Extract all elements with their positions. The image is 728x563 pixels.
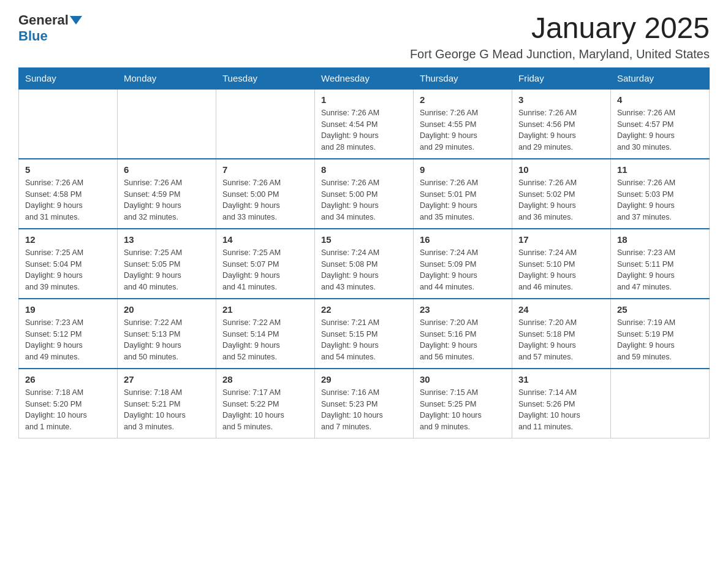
day-number: 17 — [518, 234, 604, 245]
calendar-week-row: 12Sunrise: 7:25 AMSunset: 5:04 PMDayligh… — [19, 229, 710, 299]
day-number: 11 — [617, 164, 703, 175]
calendar-day-cell: 12Sunrise: 7:25 AMSunset: 5:04 PMDayligh… — [19, 229, 118, 299]
day-info: Sunrise: 7:23 AMSunset: 5:11 PMDaylight:… — [617, 247, 703, 293]
day-number: 28 — [222, 374, 308, 385]
calendar-day-cell: 5Sunrise: 7:26 AMSunset: 4:58 PMDaylight… — [19, 159, 118, 229]
calendar-day-cell: 25Sunrise: 7:19 AMSunset: 5:19 PMDayligh… — [611, 299, 710, 369]
logo-general-text: General — [18, 12, 69, 28]
calendar-day-cell: 14Sunrise: 7:25 AMSunset: 5:07 PMDayligh… — [216, 229, 315, 299]
calendar-day-cell: 18Sunrise: 7:23 AMSunset: 5:11 PMDayligh… — [611, 229, 710, 299]
day-number: 25 — [617, 304, 703, 315]
calendar-day-cell: 28Sunrise: 7:17 AMSunset: 5:22 PMDayligh… — [216, 369, 315, 439]
calendar-day-cell: 29Sunrise: 7:16 AMSunset: 5:23 PMDayligh… — [315, 369, 414, 439]
day-of-week-header: Tuesday — [216, 67, 315, 89]
day-number: 9 — [420, 164, 506, 175]
calendar-day-cell: 30Sunrise: 7:15 AMSunset: 5:25 PMDayligh… — [414, 369, 512, 439]
day-number: 29 — [321, 374, 407, 385]
calendar-week-row: 26Sunrise: 7:18 AMSunset: 5:20 PMDayligh… — [19, 369, 710, 439]
day-number: 5 — [25, 164, 111, 175]
calendar-day-cell: 10Sunrise: 7:26 AMSunset: 5:02 PMDayligh… — [512, 159, 611, 229]
day-info: Sunrise: 7:22 AMSunset: 5:13 PMDaylight:… — [124, 317, 210, 363]
calendar-day-cell: 9Sunrise: 7:26 AMSunset: 5:01 PMDaylight… — [414, 159, 512, 229]
calendar-day-cell: 16Sunrise: 7:24 AMSunset: 5:09 PMDayligh… — [414, 229, 512, 299]
logo: General Blue — [18, 12, 83, 44]
day-info: Sunrise: 7:25 AMSunset: 5:05 PMDaylight:… — [124, 247, 210, 293]
calendar-day-cell: 2Sunrise: 7:26 AMSunset: 4:55 PMDaylight… — [414, 89, 512, 159]
day-number: 16 — [420, 234, 506, 245]
day-of-week-header: Saturday — [611, 67, 710, 89]
day-info: Sunrise: 7:18 AMSunset: 5:21 PMDaylight:… — [124, 387, 210, 433]
calendar-table: SundayMondayTuesdayWednesdayThursdayFrid… — [18, 67, 710, 439]
day-info: Sunrise: 7:23 AMSunset: 5:12 PMDaylight:… — [25, 317, 111, 363]
day-info: Sunrise: 7:26 AMSunset: 4:58 PMDaylight:… — [25, 177, 111, 223]
day-number: 24 — [518, 304, 604, 315]
day-number: 18 — [617, 234, 703, 245]
day-info: Sunrise: 7:26 AMSunset: 5:00 PMDaylight:… — [321, 177, 407, 223]
calendar-day-cell: 3Sunrise: 7:26 AMSunset: 4:56 PMDaylight… — [512, 89, 611, 159]
day-info: Sunrise: 7:24 AMSunset: 5:08 PMDaylight:… — [321, 247, 407, 293]
calendar-day-cell — [19, 89, 118, 159]
day-info: Sunrise: 7:19 AMSunset: 5:19 PMDaylight:… — [617, 317, 703, 363]
day-number: 23 — [420, 304, 506, 315]
day-info: Sunrise: 7:26 AMSunset: 4:57 PMDaylight:… — [617, 107, 703, 153]
day-info: Sunrise: 7:26 AMSunset: 4:55 PMDaylight:… — [420, 107, 506, 153]
calendar-week-row: 1Sunrise: 7:26 AMSunset: 4:54 PMDaylight… — [19, 89, 710, 159]
calendar-day-cell: 26Sunrise: 7:18 AMSunset: 5:20 PMDayligh… — [19, 369, 118, 439]
calendar-day-cell — [216, 89, 315, 159]
day-number: 19 — [25, 304, 111, 315]
day-of-week-header: Thursday — [414, 67, 512, 89]
day-of-week-header: Monday — [118, 67, 216, 89]
day-info: Sunrise: 7:24 AMSunset: 5:10 PMDaylight:… — [518, 247, 604, 293]
day-info: Sunrise: 7:26 AMSunset: 5:01 PMDaylight:… — [420, 177, 506, 223]
day-info: Sunrise: 7:21 AMSunset: 5:15 PMDaylight:… — [321, 317, 407, 363]
calendar-day-cell: 21Sunrise: 7:22 AMSunset: 5:14 PMDayligh… — [216, 299, 315, 369]
calendar-day-cell: 4Sunrise: 7:26 AMSunset: 4:57 PMDaylight… — [611, 89, 710, 159]
location-title: Fort George G Mead Junction, Maryland, U… — [410, 47, 710, 61]
day-info: Sunrise: 7:15 AMSunset: 5:25 PMDaylight:… — [420, 387, 506, 433]
day-info: Sunrise: 7:25 AMSunset: 5:07 PMDaylight:… — [222, 247, 308, 293]
calendar-day-cell: 20Sunrise: 7:22 AMSunset: 5:13 PMDayligh… — [118, 299, 216, 369]
day-info: Sunrise: 7:22 AMSunset: 5:14 PMDaylight:… — [222, 317, 308, 363]
calendar-week-row: 5Sunrise: 7:26 AMSunset: 4:58 PMDaylight… — [19, 159, 710, 229]
calendar-day-cell — [611, 369, 710, 439]
calendar-day-cell — [118, 89, 216, 159]
day-info: Sunrise: 7:26 AMSunset: 5:03 PMDaylight:… — [617, 177, 703, 223]
day-of-week-header: Sunday — [19, 67, 118, 89]
day-number: 6 — [124, 164, 210, 175]
calendar-header-row: SundayMondayTuesdayWednesdayThursdayFrid… — [19, 67, 710, 89]
calendar-day-cell: 11Sunrise: 7:26 AMSunset: 5:03 PMDayligh… — [611, 159, 710, 229]
calendar-day-cell: 24Sunrise: 7:20 AMSunset: 5:18 PMDayligh… — [512, 299, 611, 369]
day-info: Sunrise: 7:24 AMSunset: 5:09 PMDaylight:… — [420, 247, 506, 293]
day-info: Sunrise: 7:26 AMSunset: 5:00 PMDaylight:… — [222, 177, 308, 223]
calendar-day-cell: 27Sunrise: 7:18 AMSunset: 5:21 PMDayligh… — [118, 369, 216, 439]
day-info: Sunrise: 7:26 AMSunset: 4:59 PMDaylight:… — [124, 177, 210, 223]
month-title: January 2025 — [410, 12, 710, 45]
calendar-day-cell: 17Sunrise: 7:24 AMSunset: 5:10 PMDayligh… — [512, 229, 611, 299]
day-number: 30 — [420, 374, 506, 385]
day-number: 20 — [124, 304, 210, 315]
day-info: Sunrise: 7:26 AMSunset: 4:56 PMDaylight:… — [518, 107, 604, 153]
calendar-day-cell: 23Sunrise: 7:20 AMSunset: 5:16 PMDayligh… — [414, 299, 512, 369]
day-info: Sunrise: 7:16 AMSunset: 5:23 PMDaylight:… — [321, 387, 407, 433]
calendar-day-cell: 13Sunrise: 7:25 AMSunset: 5:05 PMDayligh… — [118, 229, 216, 299]
day-info: Sunrise: 7:26 AMSunset: 4:54 PMDaylight:… — [321, 107, 407, 153]
day-number: 15 — [321, 234, 407, 245]
day-number: 12 — [25, 234, 111, 245]
calendar-day-cell: 19Sunrise: 7:23 AMSunset: 5:12 PMDayligh… — [19, 299, 118, 369]
day-number: 3 — [518, 94, 604, 105]
day-number: 1 — [321, 94, 407, 105]
day-info: Sunrise: 7:20 AMSunset: 5:18 PMDaylight:… — [518, 317, 604, 363]
day-number: 31 — [518, 374, 604, 385]
title-area: January 2025 Fort George G Mead Junction… — [410, 12, 710, 61]
day-of-week-header: Wednesday — [315, 67, 414, 89]
day-number: 27 — [124, 374, 210, 385]
calendar-week-row: 19Sunrise: 7:23 AMSunset: 5:12 PMDayligh… — [19, 299, 710, 369]
calendar-day-cell: 31Sunrise: 7:14 AMSunset: 5:26 PMDayligh… — [512, 369, 611, 439]
day-info: Sunrise: 7:25 AMSunset: 5:04 PMDaylight:… — [25, 247, 111, 293]
day-number: 7 — [222, 164, 308, 175]
day-info: Sunrise: 7:20 AMSunset: 5:16 PMDaylight:… — [420, 317, 506, 363]
calendar-day-cell: 1Sunrise: 7:26 AMSunset: 4:54 PMDaylight… — [315, 89, 414, 159]
logo-blue-text: Blue — [18, 28, 48, 44]
calendar-day-cell: 22Sunrise: 7:21 AMSunset: 5:15 PMDayligh… — [315, 299, 414, 369]
calendar-day-cell: 8Sunrise: 7:26 AMSunset: 5:00 PMDaylight… — [315, 159, 414, 229]
